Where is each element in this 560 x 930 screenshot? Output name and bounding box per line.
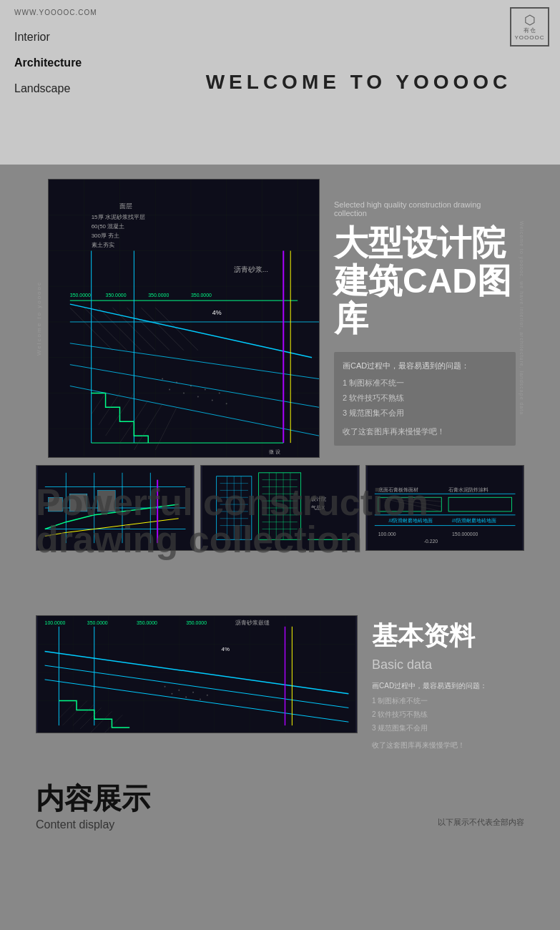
svg-text:300厚 夯土: 300厚 夯土 [92, 232, 119, 239]
svg-rect-0 [49, 180, 319, 457]
main-content: Welcome to yooooc [0, 165, 560, 765]
side-text-left: Welcome to yooooc [36, 281, 42, 356]
svg-text:350.0000: 350.0000 [137, 620, 157, 625]
svg-point-153 [192, 692, 194, 693]
footer-section: 内容展示 Content display 以下展示不代表全部内容 [0, 765, 560, 838]
svg-point-55 [197, 396, 199, 397]
svg-text:沥青砂浆...: 沥青砂浆... [234, 265, 268, 273]
svg-text:350.0000: 350.0000 [70, 293, 91, 298]
side-text-right: Welcome to yooooc, we have interior, arc… [519, 221, 524, 415]
hero-desc-item-1: 1 制图标准不统一 [343, 376, 507, 391]
basic-title-en: Basic data [372, 657, 524, 672]
hero-title-cn: 大型设计院建筑CAD图库 [334, 225, 516, 338]
gallery-section: 设计院 气总X 底面石膏板饰面材 [36, 465, 524, 551]
svg-text:350.0000: 350.0000 [186, 620, 207, 625]
header-left: WWW.YOOOOC.COM Interior Architecture Lan… [0, 0, 157, 165]
svg-text:微 设: 微 设 [269, 449, 280, 455]
svg-point-54 [190, 386, 192, 387]
bottom-cad-image: 100.0000 350.0000 350.0000 350.0000 沥青砂浆… [36, 615, 358, 733]
basic-title-cn: 基本资料 [372, 619, 524, 654]
basic-desc-title: 画CAD过程中，最容易遇到的问题： [372, 681, 524, 691]
svg-text:素土夯实: 素土夯实 [92, 242, 114, 248]
hero-description-box: 画CAD过程中，最容易遇到的问题： 1 制图标准不统一 2 软件技巧不熟练 3 … [334, 352, 516, 446]
footer-left: 内容展示 Content display [36, 779, 150, 831]
logo-brand: YOOOOC [514, 34, 544, 41]
hero-desc-title: 画CAD过程中，最容易遇到的问题： [343, 361, 507, 371]
svg-point-151 [178, 690, 180, 691]
logo-label: 有仓 [524, 26, 536, 34]
svg-text:15厚 水泥砂浆找平层: 15厚 水泥砂浆找平层 [92, 214, 145, 220]
svg-point-58 [219, 392, 220, 393]
hero-section: Welcome to yooooc [36, 179, 524, 458]
svg-text:4%: 4% [222, 646, 230, 652]
basic-desc-item-3: 3 规范图集不会用 [372, 721, 524, 735]
svg-point-59 [226, 403, 227, 404]
svg-point-53 [183, 392, 185, 393]
hero-desc-closing: 收了这套图库再来慢慢学吧！ [343, 426, 507, 437]
nav-interior[interactable]: Interior [14, 31, 143, 44]
svg-point-154 [200, 699, 201, 700]
content-display-en: Content display [36, 818, 150, 831]
hero-cad-image: 面层 15厚 水泥砂浆找平层 60(50 混凝土 300厚 夯土 素土夯实 35… [48, 179, 320, 458]
site-url: WWW.YOOOOC.COM [14, 9, 143, 16]
svg-point-51 [169, 388, 170, 390]
basic-desc-item-1: 1 制图标准不统一 [372, 694, 524, 708]
navigation: Interior Architecture Landscape [14, 31, 143, 95]
svg-text:沥青砂浆嵌缝: 沥青砂浆嵌缝 [235, 620, 270, 626]
svg-rect-118 [38, 616, 356, 733]
svg-text:350.0000: 350.0000 [106, 293, 127, 298]
header: WWW.YOOOOC.COM Interior Architecture Lan… [0, 0, 560, 165]
powerful-line2: drawing collection [36, 521, 524, 558]
svg-point-57 [212, 399, 213, 401]
header-center: WELCOME TO YOOOOC [157, 0, 560, 165]
content-note: 以下展示不代表全部内容 [438, 817, 524, 831]
bottom-section: 100.0000 350.0000 350.0000 350.0000 沥青砂浆… [36, 615, 524, 750]
svg-text:350.0000: 350.0000 [87, 620, 108, 625]
nav-architecture[interactable]: Architecture [14, 57, 143, 69]
logo-box: ⬡ 有仓 YOOOOC [510, 7, 549, 46]
svg-text:100.0000: 100.0000 [45, 620, 66, 625]
svg-point-152 [185, 697, 187, 698]
svg-text:350.0000: 350.0000 [148, 293, 169, 298]
powerful-line1: Powerful construction [36, 484, 524, 521]
svg-point-52 [176, 382, 177, 383]
basic-closing: 收了这套图库再来慢慢学吧！ [372, 740, 524, 750]
welcome-title: WELCOME TO YOOOOC [206, 71, 512, 94]
nav-landscape[interactable]: Landscape [14, 82, 143, 95]
logo-icon: ⬡ [524, 14, 536, 26]
svg-text:面层: 面层 [119, 202, 132, 210]
hero-desc-item-2: 2 软件技巧不熟练 [343, 391, 507, 406]
hero-text: Selected high quality construction drawi… [320, 179, 516, 458]
svg-text:350.0000: 350.0000 [191, 293, 212, 298]
hero-subtitle: Selected high quality construction drawi… [334, 200, 516, 217]
svg-text:60(50 混凝土: 60(50 混凝土 [92, 223, 125, 230]
svg-point-50 [162, 378, 163, 380]
basic-desc-item-2: 2 软件技巧不熟练 [372, 708, 524, 721]
basic-data-section: 基本资料 Basic data 画CAD过程中，最容易遇到的问题： 1 制图标准… [372, 615, 524, 750]
content-display-cn: 内容展示 [36, 779, 150, 818]
svg-text:4%: 4% [212, 309, 222, 316]
powerful-text-overlay: Powerful construction drawing collection [36, 484, 524, 558]
svg-point-150 [171, 693, 172, 695]
hero-desc-item-3: 3 规范图集不会用 [343, 406, 507, 421]
svg-point-155 [207, 695, 208, 696]
svg-point-149 [164, 686, 166, 687]
svg-point-56 [205, 388, 206, 390]
logo-area: ⬡ 有仓 YOOOOC [510, 7, 549, 46]
